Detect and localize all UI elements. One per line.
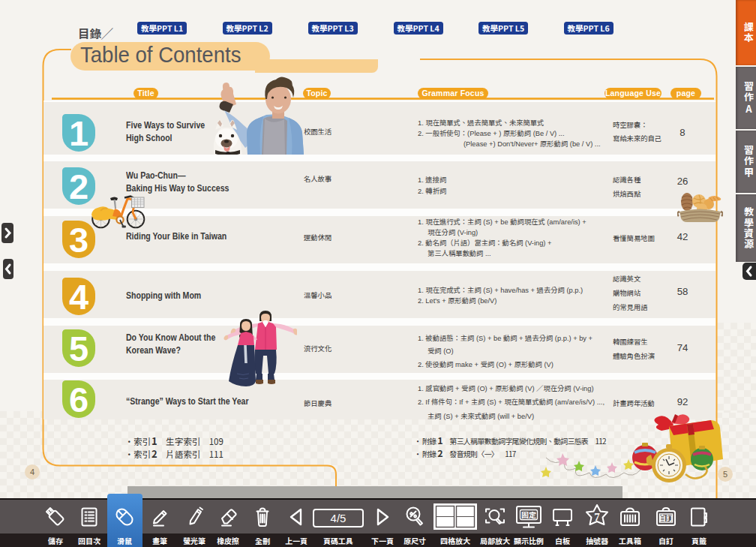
svg-text:7: 7	[594, 511, 600, 523]
svg-text:固定: 固定	[521, 509, 536, 520]
svg-text:自訂: 自訂	[658, 512, 674, 523]
